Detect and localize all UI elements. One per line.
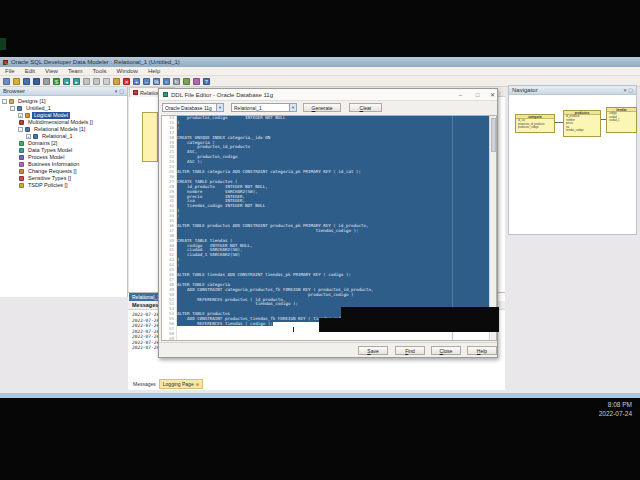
maximize-icon[interactable]: □ (471, 90, 484, 100)
menu-edit[interactable]: Edit (20, 67, 40, 76)
relational-models-icon (25, 127, 30, 132)
menu-tools[interactable]: Tools (88, 67, 112, 76)
nav-table-column: productos_codigo (516, 126, 554, 130)
navigator-panel-title: Navigator (512, 87, 538, 93)
forward-arrow-icon[interactable]: ▸ (73, 78, 80, 85)
refresh-icon[interactable]: ↻ (173, 78, 180, 85)
minimize-icon[interactable]: – (454, 90, 467, 100)
tab-logging-page[interactable]: Logging Page (159, 379, 203, 389)
tree-item-untitled-1[interactable]: -Untitled_1 (0, 105, 127, 112)
expander-icon[interactable]: + (26, 134, 31, 139)
browser-panel-header[interactable]: Browser ▾ ▢ (0, 87, 127, 96)
tree-item-data-types-model[interactable]: Data Types Model (0, 147, 127, 154)
zoom-in-icon[interactable]: + (133, 78, 140, 85)
zoom-pct-icon[interactable]: % (153, 78, 160, 85)
tree-item-label: Domains [2] (26, 140, 59, 147)
open-folder-icon[interactable] (13, 78, 20, 85)
engineer-icon[interactable] (183, 78, 190, 85)
menu-team[interactable]: Team (63, 67, 88, 76)
print-icon[interactable] (43, 78, 50, 85)
tree-item-label: Change Requests [] (26, 168, 79, 175)
expander-icon[interactable]: - (10, 106, 15, 111)
screen: Oracle SQL Developer Data Modeler : Rela… (0, 0, 640, 480)
designs-folder-icon (9, 99, 14, 104)
menu-bar: FileEditViewTeamToolsWindowHelp (0, 67, 640, 76)
delete-icon[interactable]: ✕ (123, 78, 130, 85)
recording-artifact (0, 38, 6, 50)
highlight-icon[interactable] (113, 78, 120, 85)
split-view-icon[interactable] (103, 78, 110, 85)
tree-item-logical-model[interactable]: +Logical Model (0, 112, 127, 119)
tree-item-label: Relational_1 (40, 133, 75, 140)
panel-restore-icon[interactable]: ▢ (628, 86, 633, 95)
navigator-panel-header[interactable]: Navigator ▾ ▢ (509, 86, 636, 95)
tree-item-multidimensional-models[interactable]: Multidimensional Models [] (0, 119, 127, 126)
redaction-box (319, 318, 499, 332)
save-button[interactable]: Save (358, 346, 388, 355)
tree-item-sensitive-types[interactable]: Sensitive Types [] (0, 175, 127, 182)
zoom-out-icon[interactable]: − (143, 78, 150, 85)
panel-restore-icon[interactable]: ▢ (119, 87, 124, 96)
help-nav-icon[interactable]: ? (203, 78, 210, 85)
generate-button[interactable]: Generate (303, 103, 341, 112)
close-icon[interactable]: ✕ (486, 90, 499, 100)
menu-view[interactable]: View (40, 67, 63, 76)
tab-messages[interactable]: Messages (130, 380, 159, 388)
panel-menu-icon[interactable]: ▾ (624, 86, 627, 95)
expander-icon[interactable]: - (18, 127, 23, 132)
browser-panel: Browser ▾ ▢ -Designs [1]-Untitled_1+Logi… (0, 87, 128, 297)
menu-window[interactable]: Window (112, 67, 143, 76)
help-button[interactable]: Help (467, 346, 497, 355)
tree-item-business-information[interactable]: Business Information (0, 161, 127, 168)
tree-item-change-requests[interactable]: Change Requests [] (0, 168, 127, 175)
close-button[interactable]: Close (431, 346, 461, 355)
relational-model-icon (33, 134, 38, 139)
nav-table-categoria[interactable]: categoriaid_catproductos_id_productoprod… (515, 114, 555, 133)
app-window: Oracle SQL Developer Data Modeler : Rela… (0, 57, 640, 393)
ddl-editor-icon (163, 92, 168, 97)
code-line: 59 (162, 337, 496, 341)
tree-item-designs-1[interactable]: -Designs [1] (0, 98, 127, 105)
export-icon[interactable]: S (53, 78, 60, 85)
panel-menu-icon[interactable]: ▾ (115, 87, 118, 96)
clock-time: 8:08 PM (599, 401, 632, 410)
menu-help[interactable]: Help (143, 67, 165, 76)
multidim-models-icon (19, 120, 24, 125)
clear-button[interactable]: Clear (349, 103, 382, 112)
process-model-icon (19, 155, 24, 160)
model-select[interactable]: Relational_1 ▼ (231, 103, 297, 112)
tree-item-domains-2[interactable]: Domains [2] (0, 140, 127, 147)
tree-item-label: Process Model (26, 154, 66, 161)
design-icon (17, 106, 22, 111)
dialog-titlebar[interactable]: DDL File Editor - Oracle Database 11g (159, 89, 497, 101)
scrollbar-thumb[interactable] (491, 118, 496, 152)
expander-icon[interactable]: + (18, 113, 23, 118)
app-title: Oracle SQL Developer Data Modeler : Rela… (11, 57, 180, 67)
tree-item-relational-models-1[interactable]: -Relational Models [1] (0, 126, 127, 133)
expander-icon[interactable]: - (2, 99, 7, 104)
tree-item-relational-1[interactable]: +Relational_1 (0, 133, 127, 140)
find-button[interactable]: Find (395, 346, 425, 355)
save-all-icon[interactable] (33, 78, 40, 85)
search-icon[interactable]: ○ (163, 78, 170, 85)
tree-item-process-model[interactable]: Process Model (0, 154, 127, 161)
ddl-file-editor-dialog: DDL File Editor - Oracle Database 11g – … (158, 88, 498, 358)
tree-item-label: Untitled_1 (24, 105, 53, 112)
pin-icon[interactable] (83, 78, 90, 85)
app-icon (3, 60, 8, 65)
unpin-icon[interactable] (93, 78, 100, 85)
database-type-select[interactable]: Oracle Database 11g ▼ (162, 103, 224, 112)
nav-table-tiendas[interactable]: tiendascodigociudadciudad_1 (606, 107, 637, 133)
nav-table-productos[interactable]: productosid_productonombreprecioivatiend… (563, 110, 601, 137)
new-file-icon[interactable] (3, 78, 10, 85)
menu-file[interactable]: File (0, 67, 20, 76)
back-arrow-icon[interactable]: ◂ (63, 78, 70, 85)
taskbar-clock: 8:08 PM 2022-07-24 (599, 401, 632, 418)
logging-page-dot-icon (196, 383, 199, 386)
app-titlebar[interactable]: Oracle SQL Developer Data Modeler : Rela… (0, 57, 640, 67)
diagram-table-box[interactable] (142, 112, 158, 162)
navigator-canvas[interactable]: categoriaid_catproductos_id_productoprod… (509, 95, 636, 234)
tree-item-tsdp-policies[interactable]: TSDP Policies [] (0, 182, 127, 189)
model-nav-icon[interactable] (193, 78, 200, 85)
save-icon[interactable] (23, 78, 30, 85)
